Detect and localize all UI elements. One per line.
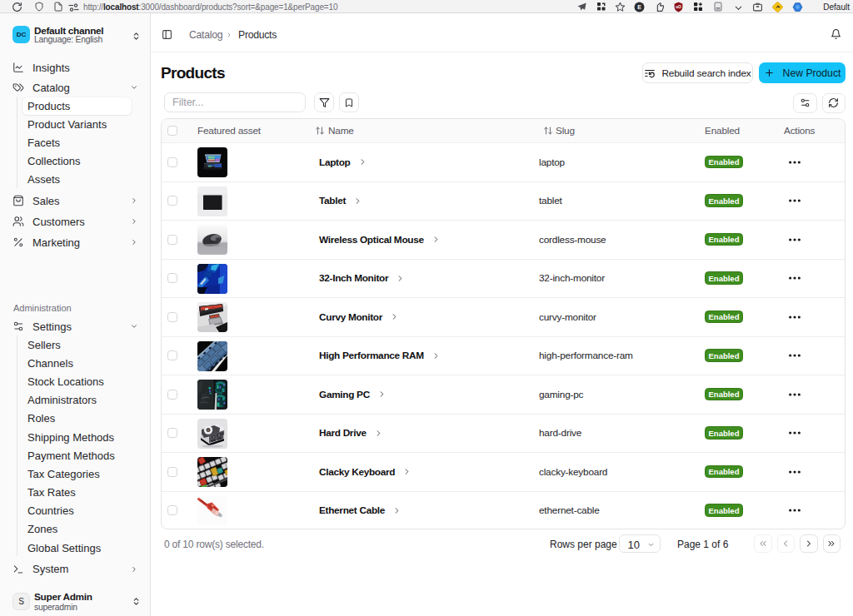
svg-text:uO: uO bbox=[676, 5, 681, 9]
svg-text:E: E bbox=[637, 4, 641, 10]
